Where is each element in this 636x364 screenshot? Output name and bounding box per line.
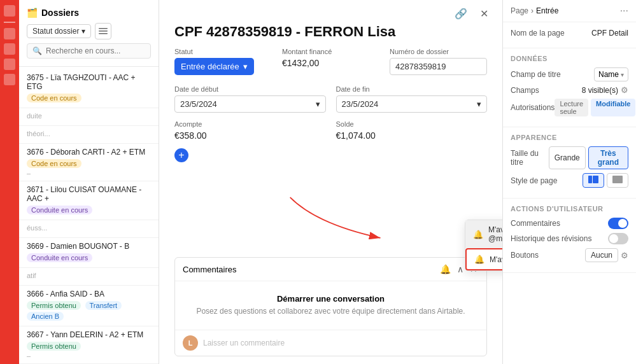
taille-titre-row: Taille du titre Grande Très grand	[511, 146, 628, 169]
record-area: 🔗 ✕ CPF 42878359819 - FERRON Lisa Statut…	[159, 0, 502, 364]
status-badge: Conduite en cours	[27, 253, 92, 262]
chevron-down-icon: ▾	[477, 99, 481, 109]
dossiers-list: 3675 - Lïa TAGHZOUTI - AAC + ETG Code en…	[19, 67, 159, 364]
fields-grid-1: Statut Entrée déclarée ▾ Montant financé…	[174, 48, 487, 75]
bell-icon: 🔔	[473, 230, 483, 239]
style-page-buttons	[583, 173, 628, 188]
list-item[interactable]: 3671 - Lilou CUISAT OUAMANE - AAC + Cond…	[19, 181, 159, 220]
status-badge: Permis obtenu	[27, 342, 81, 351]
notif-item-mention[interactable]: 🔔 M'avertir uniquement en cas de @mentio…	[465, 220, 502, 248]
nom-page-section: Nom de la page CPF Detail	[503, 22, 636, 48]
taille-titre-buttons: Grande Très grand	[549, 146, 628, 169]
date-fin-select[interactable]: 23/5/2024 ▾	[336, 95, 488, 113]
nav-item-1[interactable]	[4, 5, 15, 17]
dossiers-title: 🗂️ Dossiers	[27, 8, 151, 18]
status-badge-3: Ancien B	[27, 312, 64, 321]
apparence-section: Apparence Taille du titre Grande Très gr…	[503, 127, 636, 199]
style-2-icon	[612, 176, 623, 183]
list-item[interactable]: éuss...	[19, 220, 159, 238]
status-filter-button[interactable]: Statut dossier ▾	[27, 24, 91, 38]
divider	[4, 22, 15, 23]
boutons-row: Boutons Aucun ⚙	[511, 248, 628, 262]
right-panel: Page › Entrée ··· Nom de la page CPF Det…	[502, 0, 636, 364]
statut-dropdown[interactable]: Entrée déclarée ▾	[174, 58, 254, 75]
date-debut-select[interactable]: 23/5/2024 ▾	[174, 95, 326, 113]
bell-icon-2: 🔔	[474, 255, 484, 264]
status-badge: Code en cours	[27, 159, 81, 168]
style-1-icon	[588, 176, 598, 183]
nav-item-4[interactable]	[4, 59, 15, 70]
add-field-button[interactable]: +	[174, 148, 188, 162]
grande-button[interactable]: Grande	[549, 146, 586, 169]
style-1-button[interactable]	[583, 173, 604, 188]
status-badge-2: Transfert	[85, 301, 122, 310]
fields-grid-3: Acompte €358.00 Solde €1,074.00	[174, 120, 487, 141]
right-panel-header: Page › Entrée ···	[503, 0, 636, 22]
nav-item-2[interactable]	[4, 28, 15, 39]
nav-item-3[interactable]	[4, 43, 15, 55]
notif-item-all[interactable]: 🔔 M'avertir à chaque commentaire	[465, 248, 502, 270]
svg-rect-0	[99, 28, 108, 29]
modifiable-badge[interactable]: Modifiable	[591, 99, 635, 116]
champ-titre-select[interactable]: Name ▾	[594, 67, 628, 81]
field-date-debut: Date de début 23/5/2024 ▾	[174, 85, 326, 113]
avatar: L	[183, 335, 198, 351]
filter-icon-button[interactable]	[95, 23, 111, 39]
collapse-button[interactable]: ∧	[456, 263, 465, 276]
svg-rect-1	[99, 31, 108, 32]
status-badge: Permis obtenu	[27, 301, 81, 310]
list-item[interactable]: 3669 - Damien BOUGNOT - B Conduite en co…	[19, 238, 159, 268]
chevron-down-icon: ▾	[316, 99, 320, 109]
status-badge: Conduite en cours	[27, 206, 92, 214]
lecture-seule-badge[interactable]: Lecture seule	[555, 99, 588, 116]
search-icon: 🔍	[32, 46, 42, 55]
boutons-select[interactable]: Aucun	[585, 248, 618, 262]
add-row: +	[174, 148, 487, 162]
historique-toggle[interactable]	[608, 233, 628, 244]
tres-grand-button[interactable]: Très grand	[588, 146, 628, 169]
boutons-gear-button[interactable]: ⚙	[621, 251, 628, 260]
breadcrumb: Page › Entrée	[511, 6, 558, 15]
status-badge: Code en cours	[27, 94, 81, 102]
left-sidebar	[0, 0, 19, 364]
numero-value: 42878359819	[390, 58, 487, 75]
list-item[interactable]: duite	[19, 108, 159, 126]
link-button[interactable]: 🔗	[451, 6, 471, 21]
dossiers-panel: 🗂️ Dossiers Statut dossier ▾ 🔍 3675 -	[19, 0, 159, 364]
close-button[interactable]: ✕	[476, 6, 492, 21]
notification-button[interactable]: 🔔	[439, 263, 452, 276]
list-item[interactable]: théori...	[19, 126, 159, 144]
style-2-button[interactable]	[607, 173, 628, 188]
more-button[interactable]: ···	[620, 5, 628, 17]
list-item[interactable]: 3666 - Anfia SAID - BA Permis obtenu Tra…	[19, 286, 159, 326]
record-header: 🔗 ✕	[159, 0, 502, 21]
chevron-down-icon: ▾	[621, 71, 624, 78]
comment-input-area: L Laisser un commentaire	[175, 330, 486, 356]
list-item[interactable]: atif	[19, 268, 159, 286]
record-title: CPF 42878359819 - FERRON Lisa	[159, 21, 502, 48]
historique-toggle-row: Historique des révisions	[511, 233, 628, 244]
search-box: 🔍	[27, 43, 151, 59]
comments-header: Commentaires 🔔 ∧ ✕	[175, 258, 486, 281]
svg-rect-6	[612, 176, 623, 183]
list-item[interactable]: 3667 - Yann DELERIN - A2 + ETM Permis ob…	[19, 326, 159, 364]
commentaires-toggle[interactable]	[608, 218, 628, 229]
fields-grid-2: Date de début 23/5/2024 ▾ Date de fin 23…	[174, 85, 487, 113]
record-body: Statut Entrée déclarée ▾ Montant financé…	[159, 48, 502, 252]
champs-row: Champs 8 visible(s) ⚙	[511, 85, 628, 95]
champ-titre-row: Champ de titre Name ▾	[511, 67, 628, 81]
list-item[interactable]: 3675 - Lïa TAGHZOUTI - AAC + ETG Code en…	[19, 69, 159, 108]
donnees-section: Données Champ de titre Name ▾ Champs 8 v…	[503, 48, 636, 127]
list-item[interactable]: 3676 - Déborah CARTI - A2 + ETM Code en …	[19, 144, 159, 181]
list-icon	[99, 27, 108, 36]
svg-rect-5	[593, 176, 598, 183]
search-input[interactable]	[46, 46, 145, 55]
main-content: 🔗 ✕ CPF 42878359819 - FERRON Lisa Statut…	[159, 0, 502, 364]
champs-gear-button[interactable]: ⚙	[621, 85, 628, 95]
commentaires-toggle-row: Commentaires	[511, 218, 628, 229]
dossiers-header: 🗂️ Dossiers Statut dossier ▾ 🔍	[19, 0, 159, 67]
field-date-fin: Date de fin 23/5/2024 ▾	[336, 85, 488, 113]
nav-item-5[interactable]	[4, 74, 15, 85]
autorisations-row: Autorisations Lecture seule Modifiable	[511, 99, 628, 116]
style-page-row: Style de page	[511, 173, 628, 188]
